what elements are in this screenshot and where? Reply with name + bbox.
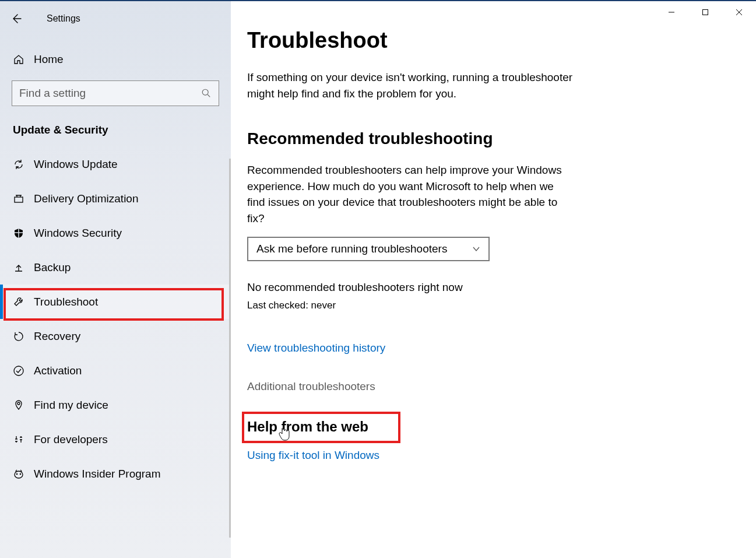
search-icon [201,88,212,99]
sidebar-item-label: Troubleshoot [34,296,98,308]
recommended-description: Recommended troubleshooters can help imp… [247,162,574,226]
sidebar-item-label: Windows Insider Program [34,468,161,480]
home-label: Home [34,53,64,66]
svg-point-3 [17,402,20,405]
sidebar-item-windows-insider[interactable]: Windows Insider Program [0,457,231,491]
sidebar-item-windows-update[interactable]: Windows Update [0,147,231,181]
sidebar-item-home[interactable]: Home [0,43,231,76]
back-button[interactable] [0,13,33,24]
home-icon [13,54,24,65]
sidebar-item-troubleshoot[interactable]: Troubleshoot [0,285,231,319]
sidebar-item-label: Windows Update [34,158,118,171]
sidebar-item-for-developers[interactable]: For developers [0,422,231,457]
search-input-wrap[interactable] [12,80,219,106]
search-input[interactable] [19,87,201,100]
additional-troubleshooters-link[interactable]: Additional troubleshooters [247,380,375,393]
main-content: Troubleshoot If something on your device… [231,1,756,558]
close-button[interactable] [722,1,756,23]
no-recommended-text: No recommended troubleshooters right now [247,281,650,294]
svg-point-2 [14,366,23,375]
sidebar-item-delivery-optimization[interactable]: Delivery Optimization [0,181,231,216]
view-history-link[interactable]: View troubleshooting history [247,342,385,355]
checkmark-circle-icon [13,365,24,377]
shield-icon [13,227,24,239]
sidebar-item-backup[interactable]: Backup [0,250,231,285]
wrench-icon [13,296,24,308]
sidebar-item-label: Find my device [34,399,108,412]
last-checked-text: Last checked: never [247,300,650,311]
sidebar-item-find-my-device[interactable]: Find my device [0,388,231,422]
app-title: Settings [47,13,80,24]
sidebar-item-label: Windows Security [34,227,122,240]
recovery-icon [13,331,24,342]
sidebar-item-label: Delivery Optimization [34,192,139,205]
fixit-link[interactable]: Using fix-it tool in Windows [247,449,379,461]
recommended-dropdown[interactable]: Ask me before running troubleshooters [247,237,490,261]
developers-icon [13,434,24,445]
sidebar-item-activation[interactable]: Activation [0,353,231,388]
maximize-button[interactable] [688,1,722,23]
minimize-button[interactable] [655,1,688,23]
sidebar-item-label: For developers [34,433,108,446]
help-heading: Help from the web [247,419,650,435]
section-header: Update & Security [0,106,231,147]
insider-icon [13,468,24,480]
svg-point-6 [20,473,22,475]
arrow-left-icon [10,13,22,24]
minimize-icon [668,9,675,16]
sidebar-item-label: Backup [34,261,71,274]
sidebar-item-recovery[interactable]: Recovery [0,319,231,353]
page-description: If something on your device isn't workin… [247,69,574,101]
location-icon [13,399,24,411]
sidebar-item-label: Recovery [34,330,80,343]
maximize-icon [702,9,709,16]
close-icon [736,9,743,16]
svg-point-4 [15,471,23,478]
sidebar: Settings Home Update & Security Windows … [0,1,231,558]
backup-icon [13,262,24,273]
sidebar-item-windows-security[interactable]: Windows Security [0,216,231,250]
svg-point-5 [16,473,18,475]
svg-rect-1 [15,197,23,202]
svg-rect-7 [703,10,708,15]
recommended-heading: Recommended troubleshooting [247,129,650,148]
page-title: Troubleshoot [247,28,650,53]
svg-point-0 [202,89,208,95]
chevron-down-icon [472,245,480,253]
dropdown-value: Ask me before running troubleshooters [256,243,447,255]
sync-icon [13,159,24,170]
delivery-icon [13,193,24,205]
sidebar-item-label: Activation [34,364,82,377]
